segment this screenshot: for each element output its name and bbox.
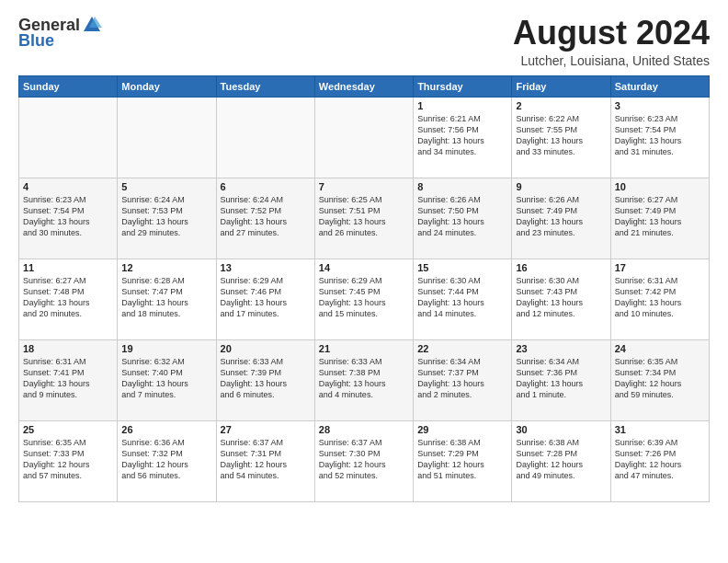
calendar-day-2: 2Sunrise: 6:22 AM Sunset: 7:55 PM Daylig…: [512, 97, 610, 178]
calendar-day-6: 6Sunrise: 6:24 AM Sunset: 7:52 PM Daylig…: [216, 178, 314, 259]
day-number: 11: [23, 262, 113, 273]
weekday-header-thursday: Thursday: [414, 75, 512, 97]
title-location: Lutcher, Louisiana, United States: [513, 53, 710, 68]
calendar-day-11: 11Sunrise: 6:27 AM Sunset: 7:48 PM Dayli…: [19, 259, 118, 339]
header: General Blue August 2024 Lutcher, Louisi…: [18, 15, 710, 68]
day-number: 29: [417, 424, 507, 435]
calendar-day-1: 1Sunrise: 6:21 AM Sunset: 7:56 PM Daylig…: [414, 97, 512, 178]
calendar-day-9: 9Sunrise: 6:26 AM Sunset: 7:49 PM Daylig…: [512, 178, 610, 259]
calendar-day-21: 21Sunrise: 6:33 AM Sunset: 7:38 PM Dayli…: [314, 339, 413, 420]
calendar-day-8: 8Sunrise: 6:26 AM Sunset: 7:50 PM Daylig…: [414, 178, 512, 259]
day-number: 16: [516, 262, 606, 273]
day-number: 25: [23, 424, 113, 435]
day-content: Sunrise: 6:22 AM Sunset: 7:55 PM Dayligh…: [516, 113, 606, 158]
weekday-header-wednesday: Wednesday: [314, 75, 413, 97]
calendar-day-26: 26Sunrise: 6:36 AM Sunset: 7:32 PM Dayli…: [118, 420, 216, 501]
calendar-day-19: 19Sunrise: 6:32 AM Sunset: 7:40 PM Dayli…: [118, 339, 216, 420]
day-content: Sunrise: 6:38 AM Sunset: 7:29 PM Dayligh…: [417, 437, 507, 482]
calendar-day-empty: [118, 97, 216, 178]
day-content: Sunrise: 6:37 AM Sunset: 7:31 PM Dayligh…: [221, 437, 311, 482]
day-content: Sunrise: 6:23 AM Sunset: 7:54 PM Dayligh…: [23, 194, 113, 239]
calendar-week-row: 1Sunrise: 6:21 AM Sunset: 7:56 PM Daylig…: [19, 97, 710, 178]
day-number: 15: [417, 262, 507, 273]
day-content: Sunrise: 6:33 AM Sunset: 7:38 PM Dayligh…: [319, 356, 409, 401]
day-content: Sunrise: 6:34 AM Sunset: 7:36 PM Dayligh…: [516, 356, 606, 401]
weekday-header-saturday: Saturday: [610, 75, 709, 97]
title-month: August 2024: [513, 15, 710, 52]
calendar-day-22: 22Sunrise: 6:34 AM Sunset: 7:37 PM Dayli…: [414, 339, 512, 420]
calendar-day-empty: [19, 97, 118, 178]
calendar-day-15: 15Sunrise: 6:30 AM Sunset: 7:44 PM Dayli…: [414, 259, 512, 339]
page: General Blue August 2024 Lutcher, Louisi…: [0, 0, 728, 563]
day-number: 6: [221, 181, 311, 192]
calendar-day-5: 5Sunrise: 6:24 AM Sunset: 7:53 PM Daylig…: [118, 178, 216, 259]
day-number: 10: [615, 181, 705, 192]
day-number: 8: [417, 181, 507, 192]
title-block: August 2024 Lutcher, Louisiana, United S…: [513, 15, 710, 68]
day-number: 24: [615, 343, 705, 354]
day-content: Sunrise: 6:30 AM Sunset: 7:43 PM Dayligh…: [516, 275, 606, 320]
calendar-day-23: 23Sunrise: 6:34 AM Sunset: 7:36 PM Dayli…: [512, 339, 610, 420]
day-number: 23: [516, 343, 606, 354]
day-content: Sunrise: 6:27 AM Sunset: 7:48 PM Dayligh…: [23, 275, 113, 320]
calendar-day-empty: [314, 97, 413, 178]
weekday-header-sunday: Sunday: [19, 75, 118, 97]
calendar-day-13: 13Sunrise: 6:29 AM Sunset: 7:46 PM Dayli…: [216, 259, 314, 339]
day-content: Sunrise: 6:39 AM Sunset: 7:26 PM Dayligh…: [615, 437, 705, 482]
day-number: 20: [221, 343, 311, 354]
calendar-table: SundayMondayTuesdayWednesdayThursdayFrid…: [18, 75, 710, 502]
calendar-week-row: 25Sunrise: 6:35 AM Sunset: 7:33 PM Dayli…: [19, 420, 710, 501]
day-number: 5: [121, 181, 211, 192]
day-number: 14: [319, 262, 409, 273]
day-content: Sunrise: 6:35 AM Sunset: 7:33 PM Dayligh…: [23, 437, 113, 482]
day-number: 13: [221, 262, 311, 273]
day-number: 18: [23, 343, 113, 354]
calendar-day-12: 12Sunrise: 6:28 AM Sunset: 7:47 PM Dayli…: [118, 259, 216, 339]
calendar-day-27: 27Sunrise: 6:37 AM Sunset: 7:31 PM Dayli…: [216, 420, 314, 501]
calendar-day-30: 30Sunrise: 6:38 AM Sunset: 7:28 PM Dayli…: [512, 420, 610, 501]
day-content: Sunrise: 6:24 AM Sunset: 7:53 PM Dayligh…: [121, 194, 211, 239]
weekday-header-row: SundayMondayTuesdayWednesdayThursdayFrid…: [19, 75, 710, 97]
day-number: 26: [121, 424, 211, 435]
calendar-day-25: 25Sunrise: 6:35 AM Sunset: 7:33 PM Dayli…: [19, 420, 118, 501]
day-content: Sunrise: 6:38 AM Sunset: 7:28 PM Dayligh…: [516, 437, 606, 482]
day-number: 3: [615, 100, 705, 111]
calendar-day-7: 7Sunrise: 6:25 AM Sunset: 7:51 PM Daylig…: [314, 178, 413, 259]
calendar-day-14: 14Sunrise: 6:29 AM Sunset: 7:45 PM Dayli…: [314, 259, 413, 339]
weekday-header-monday: Monday: [118, 75, 216, 97]
day-content: Sunrise: 6:31 AM Sunset: 7:42 PM Dayligh…: [615, 275, 705, 320]
calendar-day-3: 3Sunrise: 6:23 AM Sunset: 7:54 PM Daylig…: [610, 97, 709, 178]
day-number: 4: [23, 181, 113, 192]
day-content: Sunrise: 6:31 AM Sunset: 7:41 PM Dayligh…: [23, 356, 113, 401]
day-content: Sunrise: 6:21 AM Sunset: 7:56 PM Dayligh…: [417, 113, 507, 158]
day-content: Sunrise: 6:23 AM Sunset: 7:54 PM Dayligh…: [615, 113, 705, 158]
day-number: 21: [319, 343, 409, 354]
calendar-day-16: 16Sunrise: 6:30 AM Sunset: 7:43 PM Dayli…: [512, 259, 610, 339]
day-content: Sunrise: 6:29 AM Sunset: 7:45 PM Dayligh…: [319, 275, 409, 320]
day-content: Sunrise: 6:32 AM Sunset: 7:40 PM Dayligh…: [121, 356, 211, 401]
calendar-day-17: 17Sunrise: 6:31 AM Sunset: 7:42 PM Dayli…: [610, 259, 709, 339]
calendar-day-31: 31Sunrise: 6:39 AM Sunset: 7:26 PM Dayli…: [610, 420, 709, 501]
day-content: Sunrise: 6:29 AM Sunset: 7:46 PM Dayligh…: [221, 275, 311, 320]
day-number: 30: [516, 424, 606, 435]
calendar-day-18: 18Sunrise: 6:31 AM Sunset: 7:41 PM Dayli…: [19, 339, 118, 420]
day-number: 2: [516, 100, 606, 111]
day-number: 17: [615, 262, 705, 273]
day-content: Sunrise: 6:28 AM Sunset: 7:47 PM Dayligh…: [121, 275, 211, 320]
day-number: 28: [319, 424, 409, 435]
day-number: 31: [615, 424, 705, 435]
calendar-day-28: 28Sunrise: 6:37 AM Sunset: 7:30 PM Dayli…: [314, 420, 413, 501]
day-content: Sunrise: 6:26 AM Sunset: 7:49 PM Dayligh…: [516, 194, 606, 239]
logo: General Blue: [18, 15, 102, 51]
day-number: 9: [516, 181, 606, 192]
day-number: 22: [417, 343, 507, 354]
day-content: Sunrise: 6:36 AM Sunset: 7:32 PM Dayligh…: [121, 437, 211, 482]
calendar-week-row: 18Sunrise: 6:31 AM Sunset: 7:41 PM Dayli…: [19, 339, 710, 420]
calendar-week-row: 4Sunrise: 6:23 AM Sunset: 7:54 PM Daylig…: [19, 178, 710, 259]
day-number: 7: [319, 181, 409, 192]
day-content: Sunrise: 6:30 AM Sunset: 7:44 PM Dayligh…: [417, 275, 507, 320]
logo-icon: [82, 15, 102, 35]
day-content: Sunrise: 6:33 AM Sunset: 7:39 PM Dayligh…: [221, 356, 311, 401]
day-content: Sunrise: 6:26 AM Sunset: 7:50 PM Dayligh…: [417, 194, 507, 239]
weekday-header-friday: Friday: [512, 75, 610, 97]
